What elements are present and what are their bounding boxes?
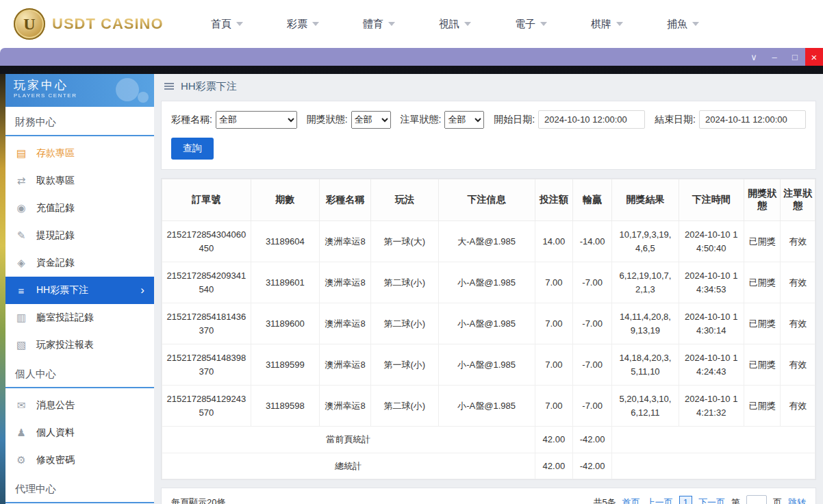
sidebar-item-recharge-record[interactable]: ◉充值記錄 — [5, 194, 154, 222]
table-cell: 有效 — [781, 262, 815, 303]
column-header: 彩種名稱 — [319, 179, 370, 221]
profile-icon: ♟ — [15, 427, 27, 439]
chevron-down-icon — [540, 22, 547, 26]
pagination-bar: 每頁顯示20條 共5条 首页 上一页 1 下一页 第 页 跳转 — [161, 488, 816, 504]
sidebar-item-label: 取款專區 — [36, 175, 75, 187]
order-status-filter-label: 注單狀態: — [401, 114, 442, 126]
nav-item-home[interactable]: 首頁 — [211, 18, 243, 31]
prev-page-link[interactable]: 上一页 — [646, 496, 673, 504]
sidebar-item-player-bet-report[interactable]: ▧玩家投注報表 — [5, 331, 154, 359]
sidebar-item-funds-record[interactable]: ◈資金記錄 — [5, 249, 154, 277]
current-page[interactable]: 1 — [679, 496, 692, 504]
sidebar-item-announcements[interactable]: ✉消息公告 — [5, 392, 154, 419]
table-cell: 澳洲幸运8 — [319, 344, 370, 386]
table-cell: 大-A盤@1.985 — [438, 221, 535, 262]
end-date-input[interactable] — [699, 110, 806, 129]
table-cell: 31189599 — [251, 344, 319, 386]
page-jump-input[interactable] — [746, 495, 767, 504]
table-cell: 10,17,9,3,19,4,6,5 — [612, 221, 679, 262]
window-chevron-icon[interactable]: ∨ — [744, 48, 764, 66]
table-cell: 2152172854209341540 — [162, 262, 251, 303]
site-logo[interactable]: U USDT CASINO — [14, 8, 183, 40]
summary-winloss-total: -42.00 — [573, 453, 612, 479]
page: U USDT CASINO 首頁彩票體育視訊電子棋牌捕魚 ∨ – □ × 玩家中… — [0, 0, 823, 504]
nav-item-label: 體育 — [363, 18, 383, 31]
withdraw-icon: ⇄ — [15, 175, 27, 187]
table-cell: 31189601 — [251, 262, 319, 303]
table-cell: 31189600 — [251, 303, 319, 344]
column-header: 下注時間 — [679, 179, 744, 221]
table-cell: 已開獎 — [744, 262, 780, 303]
table-cell: 31189598 — [251, 386, 319, 427]
jump-suffix-label: 页 — [773, 496, 782, 504]
chevron-right-icon: › — [140, 284, 144, 297]
sidebar-menu: 財務中心▤存款專區⇄取款專區◉充值記錄✎提現記錄◈資金記錄≡HH彩票下注›▥廳室… — [5, 107, 154, 504]
table-cell: 2152172854181436370 — [162, 303, 251, 344]
table-cell: 2024-10-10 14:50:40 — [679, 221, 744, 262]
sidebar-item-withdrawal-record[interactable]: ✎提現記錄 — [5, 222, 154, 249]
logo-text: USDT CASINO — [52, 15, 164, 33]
table-cell: 小-A盤@1.985 — [438, 344, 535, 386]
table-cell: 小-A盤@1.985 — [438, 386, 535, 427]
table-cell: 已開獎 — [744, 303, 780, 344]
table-cell: 小-A盤@1.985 — [438, 262, 535, 303]
nav-item-board-games[interactable]: 棋牌 — [591, 18, 623, 31]
order-status-select[interactable]: 全部 — [444, 111, 484, 129]
sidebar-item-label: HH彩票下注 — [36, 284, 88, 297]
nav-item-electronic[interactable]: 電子 — [515, 18, 547, 31]
window-minimize-icon[interactable]: – — [764, 48, 785, 66]
table-cell: 2024-10-10 14:30:14 — [679, 303, 744, 344]
summary-row: 當前頁統計42.00-42.00 — [162, 427, 815, 453]
main-content: HH彩票下注 彩種名稱: 全部 開獎狀態: 全部 注單狀態: 全部 — [154, 74, 823, 504]
summary-winloss-total: -42.00 — [573, 427, 612, 453]
sidebar-item-label: 消息公告 — [36, 399, 75, 412]
jump-button[interactable]: 跳转 — [788, 496, 806, 504]
draw-status-select[interactable]: 全部 — [351, 111, 391, 129]
sidebar-item-hh-lottery-bet[interactable]: ≡HH彩票下注› — [5, 277, 154, 304]
nav-item-video[interactable]: 視訊 — [439, 18, 471, 31]
nav-item-lottery[interactable]: 彩票 — [287, 18, 319, 31]
summary-empty-cell — [612, 427, 815, 453]
sidebar-item-label: 提現記錄 — [36, 229, 75, 242]
summary-empty-cell — [612, 453, 815, 479]
sidebar-item-profile[interactable]: ♟個人資料 — [5, 419, 154, 446]
sidebar-item-label: 充值記錄 — [36, 202, 75, 214]
sidebar-item-withdraw-zone[interactable]: ⇄取款專區 — [5, 167, 154, 194]
site-header: U USDT CASINO 首頁彩票體育視訊電子棋牌捕魚 — [0, 0, 823, 48]
column-header: 開獎結果 — [612, 179, 679, 221]
bet-table: 訂單號期數彩種名稱玩法下注信息投注額輸贏開獎結果下注時間開獎狀態注單狀態 215… — [162, 179, 815, 479]
nav-item-fishing[interactable]: 捕魚 — [667, 18, 699, 31]
hamburger-menu-icon[interactable] — [164, 86, 174, 87]
search-button[interactable]: 查詢 — [171, 138, 214, 160]
table-cell: 7.00 — [535, 344, 572, 386]
next-page-link[interactable]: 下一页 — [698, 496, 725, 504]
table-body: 215217285430406045031189604澳洲幸运8第一球(大)大-… — [162, 221, 815, 479]
window-close-icon[interactable]: × — [805, 48, 823, 66]
table-cell: -14.00 — [573, 221, 612, 262]
sidebar-item-label: 玩家投注報表 — [36, 339, 94, 351]
bet-table-container: 訂單號期數彩種名稱玩法下注信息投注額輸贏開獎結果下注時間開獎狀態注單狀態 215… — [161, 178, 816, 480]
room-bet-record-icon: ▥ — [15, 312, 27, 324]
sidebar-item-deposit-zone[interactable]: ▤存款專區 — [5, 140, 154, 167]
first-page-link[interactable]: 首页 — [622, 496, 640, 504]
table-cell: 2024-10-10 14:24:43 — [679, 344, 744, 386]
start-date-input[interactable] — [538, 110, 645, 129]
table-cell: -7.00 — [573, 344, 612, 386]
nav-item-sports[interactable]: 體育 — [363, 18, 395, 31]
sidebar-item-room-bet-record[interactable]: ▥廳室投註記錄 — [5, 304, 154, 331]
decor-bubble — [138, 92, 149, 103]
lottery-select[interactable]: 全部 — [216, 111, 297, 129]
table-cell: 14.00 — [535, 221, 572, 262]
summary-label: 當前頁統計 — [162, 427, 535, 453]
chevron-down-icon — [312, 22, 319, 26]
table-cell: 7.00 — [535, 303, 572, 344]
column-header: 玩法 — [371, 179, 438, 221]
nav-item-label: 首頁 — [211, 18, 231, 31]
chevron-down-icon — [616, 22, 623, 26]
lottery-filter-label: 彩種名稱: — [171, 114, 212, 126]
sidebar-item-change-password[interactable]: ⚙修改密碼 — [5, 446, 154, 474]
window-maximize-icon[interactable]: □ — [785, 48, 805, 66]
player-report-icon: ▧ — [15, 339, 27, 351]
recharge-record-icon: ◉ — [15, 202, 27, 214]
table-cell: -7.00 — [573, 386, 612, 427]
